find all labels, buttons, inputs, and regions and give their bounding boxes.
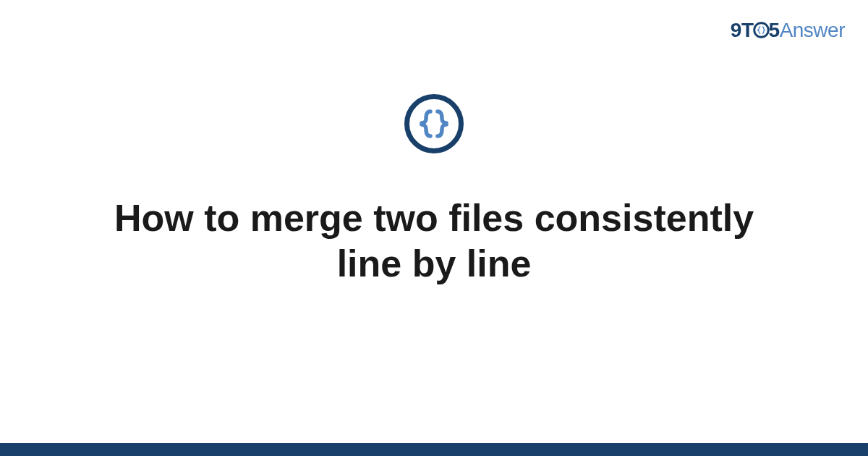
brand-part-5: 5 xyxy=(769,19,780,41)
footer-bar xyxy=(0,443,868,456)
brand-part-answer: Answer xyxy=(780,19,845,41)
brand-logo: 9T5Answer xyxy=(731,19,845,42)
brand-part-9t: 9T xyxy=(731,19,754,41)
main-content: How to merge two files consistently line… xyxy=(0,94,868,287)
page-title: How to merge two files consistently line… xyxy=(109,195,760,287)
brand-o-icon xyxy=(753,22,770,38)
curly-braces-icon xyxy=(404,94,464,153)
svg-point-0 xyxy=(754,23,768,38)
